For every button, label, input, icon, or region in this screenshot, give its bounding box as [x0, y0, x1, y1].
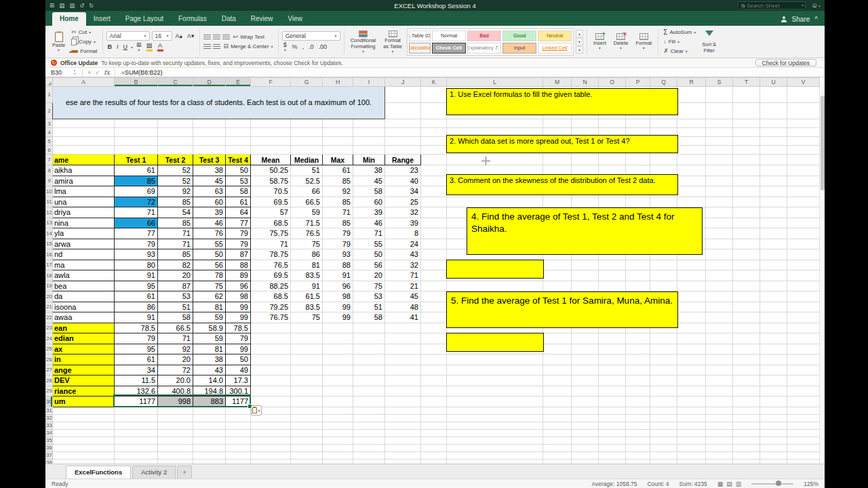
cell-B33[interactable]: [115, 422, 158, 429]
cell-C36[interactable]: [158, 444, 193, 451]
row-header-35[interactable]: 35: [46, 436, 53, 444]
cell-B7[interactable]: Test 1: [115, 155, 158, 165]
cell-Q32[interactable]: [650, 414, 677, 422]
cell-R27[interactable]: [677, 365, 706, 375]
insert-function-icon[interactable]: fx: [104, 69, 109, 76]
cell-F7[interactable]: Mean: [251, 155, 291, 165]
cell-S35[interactable]: [706, 436, 733, 444]
col-header-V[interactable]: V: [787, 78, 820, 87]
col-header-Q[interactable]: Q: [650, 78, 677, 87]
grow-font-button[interactable]: A▴: [174, 33, 184, 39]
cell-M18[interactable]: [543, 270, 572, 281]
cell-R1[interactable]: [677, 87, 706, 103]
cell-P28[interactable]: [626, 375, 650, 386]
cell-J28[interactable]: [385, 375, 421, 386]
cell-H21[interactable]: 99: [323, 302, 353, 312]
cell-U5[interactable]: [760, 137, 787, 146]
style-neutral[interactable]: Neutral: [538, 30, 572, 41]
cell-V16[interactable]: [787, 249, 820, 260]
format-painter-button[interactable]: Format: [70, 47, 98, 56]
cell-G15[interactable]: 75: [291, 239, 323, 249]
cell-T1[interactable]: [733, 87, 760, 103]
cell-T5[interactable]: [733, 137, 760, 146]
cell-G19[interactable]: 91: [291, 281, 323, 291]
cell-V7[interactable]: [787, 155, 820, 165]
row-header-14[interactable]: 14: [46, 228, 53, 239]
cell-P18[interactable]: [626, 270, 650, 281]
cell-J4[interactable]: [385, 128, 421, 137]
cell-H9[interactable]: 85: [323, 176, 353, 186]
cell-B31[interactable]: [115, 407, 158, 414]
cell-U16[interactable]: [760, 249, 787, 260]
cell-J34[interactable]: [385, 429, 421, 436]
cell-H26[interactable]: [323, 354, 353, 365]
collapse-ribbon-icon[interactable]: ^: [814, 16, 818, 23]
cell-B21[interactable]: 86: [115, 302, 158, 312]
cell-L30[interactable]: [447, 396, 543, 407]
cell-T19[interactable]: [733, 281, 760, 291]
cell-G29[interactable]: [291, 386, 323, 396]
cell-R5[interactable]: [677, 137, 706, 146]
cell-T32[interactable]: [733, 414, 760, 422]
cell-P29[interactable]: [626, 386, 650, 396]
row-header-20[interactable]: 20: [46, 291, 53, 302]
cell-G13[interactable]: 71.5: [291, 218, 323, 228]
cell-U31[interactable]: [760, 407, 787, 414]
cell-T29[interactable]: [733, 386, 760, 396]
cell-V14[interactable]: [787, 228, 820, 239]
cell-J13[interactable]: 39: [385, 218, 421, 228]
fill-button[interactable]: ↓Fill▾: [662, 38, 697, 46]
cell-J5[interactable]: [385, 137, 421, 146]
cell-D36[interactable]: [193, 444, 226, 451]
cell-I19[interactable]: 75: [353, 281, 385, 291]
col-header-T[interactable]: T: [733, 78, 760, 87]
cell-K35[interactable]: [421, 436, 447, 444]
row-header-27[interactable]: 27: [46, 365, 53, 375]
cell-B3[interactable]: [115, 119, 158, 128]
cell-S25[interactable]: [706, 344, 733, 354]
cell-O26[interactable]: [599, 354, 626, 365]
cell-O30[interactable]: [599, 396, 626, 407]
cell-T35[interactable]: [733, 436, 760, 444]
cell-P31[interactable]: [626, 407, 650, 414]
cell-I29[interactable]: [353, 386, 385, 396]
cell-D24[interactable]: 59: [193, 333, 226, 344]
cell-Q36[interactable]: [650, 444, 677, 451]
cell-G16[interactable]: 86: [291, 249, 323, 260]
cell-T15[interactable]: [733, 239, 760, 249]
answer-box-4[interactable]: [446, 260, 544, 279]
cell-J35[interactable]: [385, 436, 421, 444]
cell-R26[interactable]: [677, 354, 706, 365]
cell-I21[interactable]: 51: [353, 302, 385, 312]
cell-A32[interactable]: [53, 414, 115, 422]
cell-U28[interactable]: [760, 375, 787, 386]
cell-M36[interactable]: [543, 444, 572, 451]
cell-B8[interactable]: 61: [115, 165, 158, 176]
cell-M3[interactable]: [543, 119, 572, 128]
row-header-7[interactable]: 7: [46, 155, 53, 165]
cell-A29[interactable]: riance: [53, 386, 115, 396]
cell-A16[interactable]: nd: [53, 249, 115, 260]
cell-M30[interactable]: [543, 396, 572, 407]
cell-O34[interactable]: [599, 429, 626, 436]
row-header-6[interactable]: 6: [46, 146, 53, 155]
cell-A31[interactable]: [53, 407, 115, 414]
cell-J17[interactable]: 32: [385, 260, 421, 270]
col-header-R[interactable]: R: [677, 78, 706, 87]
cell-R25[interactable]: [677, 344, 706, 354]
cell-V19[interactable]: [787, 281, 820, 291]
tab-review[interactable]: Review: [243, 12, 281, 26]
cell-T18[interactable]: [733, 270, 760, 281]
row-header-29[interactable]: 29: [46, 386, 53, 396]
cell-S19[interactable]: [706, 281, 733, 291]
cell-T26[interactable]: [733, 354, 760, 365]
cell-M38[interactable]: [543, 459, 572, 464]
paste-options-button[interactable]: ▾: [251, 405, 262, 415]
cell-S34[interactable]: [706, 429, 733, 436]
cell-O17[interactable]: [599, 260, 626, 270]
cell-J27[interactable]: [385, 365, 421, 375]
cell-A38[interactable]: [53, 459, 115, 464]
cell-R32[interactable]: [677, 414, 706, 422]
cell-F3[interactable]: [251, 119, 291, 128]
cell-I17[interactable]: 56: [353, 260, 385, 270]
